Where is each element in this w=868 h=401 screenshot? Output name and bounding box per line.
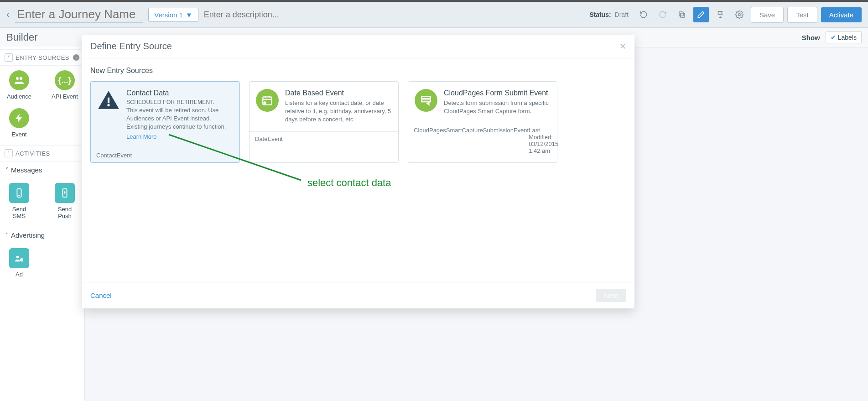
chevron-down-icon: ˅: [5, 167, 8, 173]
chevron-down-icon: ˅: [5, 232, 8, 239]
undo-button[interactable]: [636, 7, 651, 22]
activate-button[interactable]: Activate: [821, 7, 862, 22]
info-icon: i: [73, 54, 79, 61]
calendar-icon: [256, 89, 279, 112]
audience-icon: [9, 70, 29, 90]
warning-icon: [97, 89, 120, 112]
advertising-header[interactable]: ˅ Advertising: [0, 227, 84, 244]
chevron-down-icon: ˅: [5, 149, 13, 157]
card-footer-left: DateEvent: [255, 135, 283, 142]
card-footer-right: Last Modified: 03/12/2015 1:42 am: [529, 127, 558, 154]
card-description: Listens for a key contact date, or date …: [285, 99, 392, 124]
version-dropdown[interactable]: Version 1 ▼: [148, 8, 198, 22]
entry-sources-header[interactable]: ˅ ENTRY SOURCES i: [0, 49, 84, 66]
card-footer: ContactEvent: [91, 148, 239, 162]
card-title: Date Based Event: [285, 89, 392, 97]
description-input[interactable]: [204, 10, 377, 20]
svg-point-4: [20, 77, 22, 80]
modal-body: New Entry Sources Contact Data SCHEDULED…: [82, 58, 634, 282]
sidebar-item-label: Audience: [7, 93, 31, 100]
card-title: Contact Data: [126, 89, 233, 97]
close-icon[interactable]: ✕: [619, 42, 626, 52]
svg-rect-15: [108, 98, 109, 104]
caret-down-icon: ▼: [186, 11, 192, 19]
save-button[interactable]: Save: [751, 7, 784, 23]
redo-button: [655, 7, 670, 22]
card-cloudpages-form[interactable]: CloudPages Form Submit Event Detects for…: [408, 81, 557, 163]
entry-sources-label: ENTRY SOURCES: [16, 54, 69, 61]
entry-sources-items: Audience {...} API Event Event: [0, 66, 84, 145]
card-subtitle: SCHEDULED FOR RETIREMENT.: [126, 99, 233, 105]
sidebar-item-ad[interactable]: Ad: [5, 248, 33, 278]
top-toolbar: ‹ Version 1 ▼ Status: Draft Save Test Ac…: [0, 0, 868, 28]
sidebar-item-label: Ad: [16, 271, 23, 278]
activities-header[interactable]: ˅ ACTIVITIES: [0, 145, 84, 161]
journey-name-input[interactable]: [15, 6, 143, 23]
messages-label: Messages: [11, 166, 42, 174]
modal-body-title: New Entry Sources: [90, 67, 626, 75]
learn-more-link[interactable]: Learn More: [126, 133, 156, 140]
sidebar-item-api-event[interactable]: {...} API Event: [51, 70, 78, 100]
sidebar-item-audience[interactable]: Audience: [5, 70, 33, 100]
card-title: CloudPages Form Submit Event: [444, 89, 551, 97]
modal-header: Define Entry Source ✕: [82, 35, 634, 58]
goal-icon[interactable]: [712, 7, 728, 22]
sidebar-item-event[interactable]: Event: [5, 108, 33, 138]
sidebar-item-label: Event: [11, 131, 26, 138]
modal-title: Define Entry Source: [90, 41, 172, 52]
svg-rect-1: [679, 12, 683, 16]
labels-toggle[interactable]: ✔ Labels: [826, 31, 862, 43]
messages-items: Send SMS Send Push: [0, 178, 84, 227]
svg-point-20: [264, 102, 265, 104]
sms-icon: [9, 183, 29, 203]
version-label: Version 1: [154, 11, 183, 19]
card-date-based-event[interactable]: Date Based Event Listens for a key conta…: [249, 81, 399, 163]
sidebar-item-send-sms[interactable]: Send SMS: [5, 183, 33, 219]
settings-icon[interactable]: [732, 7, 747, 22]
svg-point-14: [107, 104, 109, 106]
sidebar-item-label: API Event: [52, 93, 78, 100]
svg-rect-0: [681, 13, 685, 17]
card-footer: DateEvent: [249, 131, 398, 146]
form-icon: [415, 89, 437, 112]
activities-label: ACTIVITIES: [16, 150, 50, 157]
api-event-icon: {...}: [55, 70, 75, 90]
check-icon: ✔: [831, 34, 836, 41]
card-description: Detects form submission from a specific …: [444, 99, 551, 115]
svg-point-10: [16, 256, 19, 259]
cancel-button[interactable]: Cancel: [90, 292, 112, 299]
back-icon[interactable]: ‹: [6, 9, 10, 21]
advertising-items: Ad: [0, 244, 84, 285]
advertising-label: Advertising: [11, 231, 45, 239]
card-footer-left: ContactEvent: [96, 152, 132, 159]
svg-point-2: [738, 14, 741, 16]
test-button[interactable]: Test: [787, 7, 817, 23]
define-entry-source-modal: Define Entry Source ✕ New Entry Sources …: [82, 35, 634, 308]
show-label: Show: [802, 34, 820, 42]
sidebar-item-label: Send SMS: [5, 206, 33, 219]
event-icon: [9, 108, 29, 128]
sidebar-item-send-push[interactable]: Send Push: [51, 183, 78, 219]
card-footer-left: CloudPagesSmartCaptureSubmissionEvent: [414, 127, 529, 154]
next-button[interactable]: Next: [596, 289, 626, 302]
svg-point-3: [16, 77, 19, 80]
page-title: Builder: [6, 31, 37, 43]
edit-button[interactable]: [693, 7, 709, 22]
modal-footer: Cancel Next: [82, 282, 634, 308]
card-description: This event will be retired soon. Use Aud…: [126, 106, 233, 131]
chevron-down-icon: ˅: [5, 53, 13, 62]
messages-header[interactable]: ˅ Messages: [0, 161, 84, 178]
status-value: Draft: [615, 11, 629, 18]
modal-backdrop: Define Entry Source ✕ New Entry Sources …: [0, 0, 868, 401]
svg-point-8: [64, 192, 65, 193]
svg-rect-21: [421, 96, 431, 98]
entry-source-cards: Contact Data SCHEDULED FOR RETIREMENT. T…: [90, 81, 626, 163]
copy-icon[interactable]: [674, 7, 690, 22]
topbar-right: Status: Draft Save Test Activate: [589, 7, 862, 23]
status-label: Status:: [589, 11, 611, 18]
card-contact-data[interactable]: Contact Data SCHEDULED FOR RETIREMENT. T…: [90, 81, 240, 163]
ad-icon: [9, 248, 29, 268]
labels-text: Labels: [838, 34, 857, 41]
builder-sidebar: ˅ ENTRY SOURCES i Audience {...} API Eve…: [0, 47, 85, 401]
sidebar-item-label: Send Push: [51, 206, 78, 219]
